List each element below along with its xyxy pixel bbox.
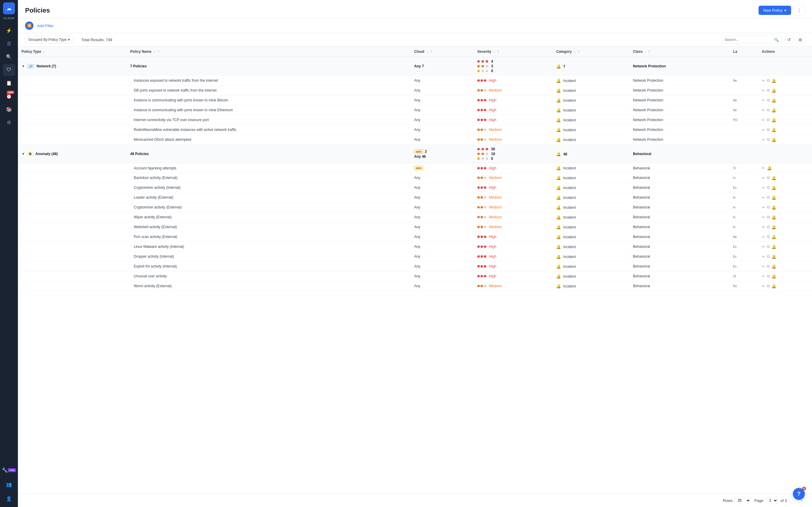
sidebar-icon-dashboard[interactable]: ⚡	[3, 24, 15, 37]
copy-icon[interactable]: ⧉	[767, 117, 770, 122]
bell-icon[interactable]: 🔔	[771, 98, 776, 103]
bell-icon[interactable]: 🔔	[771, 108, 776, 112]
network-policies-count: 7 Policies	[126, 57, 410, 76]
edit-icon[interactable]: ✏	[762, 225, 765, 229]
sidebar-icon-clipboard[interactable]: 📋	[3, 77, 15, 89]
bell-icon[interactable]: 🔔	[771, 274, 776, 279]
copy-icon[interactable]: ⧉	[767, 215, 770, 220]
policy-cloud: Any	[410, 281, 474, 291]
help-button[interactable]: ? 6	[793, 488, 805, 500]
sidebar-icon-search[interactable]: 🔍	[3, 51, 15, 63]
edit-icon[interactable]: ✏	[762, 166, 765, 170]
policy-name: Unusual user activity	[126, 271, 410, 281]
edit-icon[interactable]: ✏	[762, 98, 765, 103]
sidebar-icon-list[interactable]: ☰	[3, 38, 15, 50]
copy-icon[interactable]: ⧉	[767, 137, 770, 142]
policy-category: 🔔 Incident	[553, 163, 629, 173]
bell-icon[interactable]: 🔔	[771, 235, 776, 239]
expand-anomaly-arrow[interactable]: ▼	[21, 152, 25, 156]
add-filter-button[interactable]: Add Filter	[37, 23, 54, 28]
bell-icon[interactable]: 🔔	[771, 284, 776, 288]
bell-icon[interactable]: 🔔	[771, 78, 776, 83]
edit-icon[interactable]: ✏	[762, 118, 765, 122]
edit-icon[interactable]: ✏	[762, 78, 765, 83]
copy-icon[interactable]: ⧉	[767, 234, 770, 239]
edit-icon[interactable]: ✏	[762, 244, 765, 249]
new-policy-button[interactable]: New Policy ▾	[759, 6, 791, 15]
policy-name: Dropper activity (Internal)	[126, 252, 410, 262]
search-input[interactable]	[724, 38, 772, 42]
page-select[interactable]: 1 2 3	[766, 497, 778, 504]
columns-button[interactable]: ⊞	[796, 36, 805, 44]
bell-icon[interactable]: 🔔	[771, 185, 776, 190]
bell-icon[interactable]: 🔔	[771, 128, 776, 132]
col-severity[interactable]: Severity ↕ ⠿	[474, 47, 553, 57]
bell-icon[interactable]: 🔔	[771, 215, 776, 220]
col-policy-type[interactable]: Policy Type ↕	[18, 47, 126, 57]
edit-icon[interactable]: ✏	[762, 274, 765, 279]
copy-icon[interactable]: ⧉	[767, 225, 770, 229]
sidebar-icon-book[interactable]: 📚	[3, 103, 15, 115]
copy-icon[interactable]: ⧉	[767, 264, 770, 269]
edit-icon[interactable]: ✏	[762, 215, 765, 220]
bell-icon[interactable]: 🔔	[771, 225, 776, 229]
policy-name: Backdoor activity (External)	[126, 173, 410, 183]
copy-icon[interactable]: ⧉	[767, 98, 770, 103]
bell-icon[interactable]: 🔔	[771, 195, 776, 200]
bell-icon[interactable]: 🔔	[771, 205, 776, 210]
sidebar-icon-settings[interactable]: ⚙	[3, 116, 15, 128]
col-policy-name[interactable]: Policy Name ↕ ⠿	[126, 47, 410, 57]
edit-icon[interactable]: ✏	[762, 137, 765, 142]
bell-icon[interactable]: 🔔	[771, 137, 776, 142]
copy-icon[interactable]: ⧉	[767, 108, 770, 112]
policies-table-wrapper: Policy Type ↕ Policy Name ↕ ⠿ Cloud ↕ ⠿ …	[18, 47, 812, 494]
grouped-by-dropdown[interactable]: Grouped By:Policy Type ▾	[25, 36, 73, 44]
sidebar-icon-shield[interactable]: 🛡	[3, 64, 15, 76]
copy-icon[interactable]: ⧉	[767, 175, 770, 180]
bell-icon[interactable]: 🔔	[771, 88, 776, 93]
col-category[interactable]: Category ↕ ⠿	[553, 47, 629, 57]
edit-icon[interactable]: ✏	[762, 185, 765, 190]
policy-cloud: Any	[410, 232, 474, 242]
policy-name: Instances exposed to network traffic fro…	[126, 76, 410, 86]
bell-icon[interactable]: 🔔	[771, 244, 776, 249]
edit-icon[interactable]: ✏	[762, 255, 765, 259]
copy-icon[interactable]: ⧉	[767, 284, 770, 288]
sidebar-icon-alerts[interactable]: ⏰ 1889	[3, 90, 15, 102]
bell-icon[interactable]: 🔔	[771, 176, 776, 180]
refresh-button[interactable]: ↺	[784, 36, 794, 44]
bell-icon[interactable]: 🔔	[771, 118, 776, 122]
sidebar-icon-usergroup[interactable]: 👥	[3, 478, 15, 490]
copy-icon[interactable]: ⧉	[767, 205, 770, 210]
edit-icon[interactable]: ✏	[762, 235, 765, 239]
edit-icon[interactable]: ✏	[762, 195, 765, 200]
expand-network-arrow[interactable]: ▼	[21, 64, 25, 68]
edit-icon[interactable]: ✏	[762, 108, 765, 112]
rows-per-page-select[interactable]: 25 50 100	[734, 497, 751, 504]
sidebar-icon-avatar[interactable]: 👤	[3, 493, 15, 505]
copy-icon[interactable]: ⧉	[767, 195, 770, 200]
edit-icon[interactable]: ✏	[762, 264, 765, 269]
sidebar-icon-wrench[interactable]: 🔧 Trial	[3, 464, 15, 476]
copy-icon[interactable]: ⧉	[767, 127, 770, 132]
edit-icon[interactable]: ✏	[762, 205, 765, 210]
policy-name: Internet connectivity via TCP over insec…	[126, 115, 410, 125]
edit-icon[interactable]: ✏	[762, 284, 765, 288]
edit-icon[interactable]: ✏	[762, 176, 765, 180]
copy-icon[interactable]: ⧉	[767, 185, 770, 190]
app-logo[interactable]: ☁	[3, 2, 15, 14]
copy-icon[interactable]: ⧉	[767, 274, 770, 279]
col-class[interactable]: Class ↕ ⠿	[629, 47, 729, 57]
copy-icon[interactable]: ⧉	[767, 88, 770, 93]
copy-icon[interactable]: ⧉	[767, 78, 770, 83]
col-cloud[interactable]: Cloud ↕ ⠿	[410, 47, 474, 57]
bell-icon[interactable]: 🔔	[771, 264, 776, 269]
bell-icon[interactable]: 🔔	[771, 255, 776, 259]
edit-icon[interactable]: ✏	[762, 128, 765, 132]
more-options-button[interactable]: ⋮	[794, 5, 805, 16]
col-la[interactable]: La	[729, 47, 758, 57]
copy-icon[interactable]: ⧉	[767, 244, 770, 249]
edit-icon[interactable]: ✏	[762, 88, 765, 93]
copy-icon[interactable]: ⧉	[767, 254, 770, 259]
bell-icon[interactable]: 🔔	[767, 166, 772, 170]
